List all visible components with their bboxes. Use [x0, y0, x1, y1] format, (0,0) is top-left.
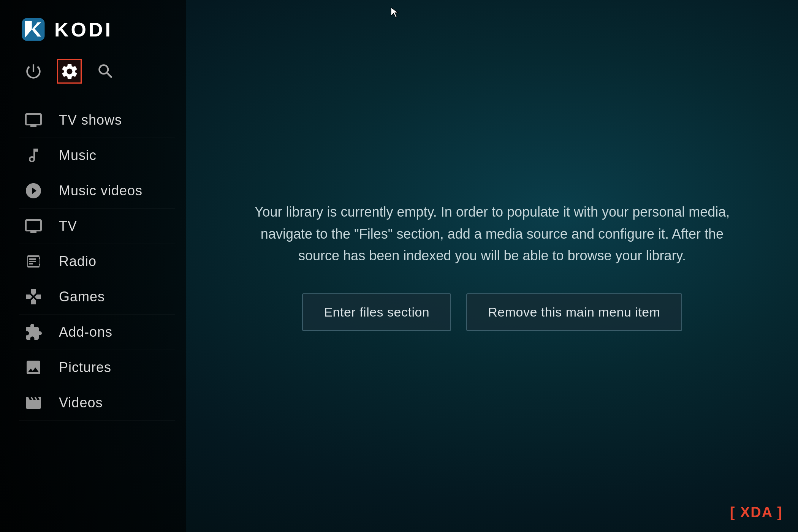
music-icon [23, 146, 44, 165]
sidebar-item-label: Music videos [59, 183, 142, 199]
logo-area: KODI [19, 15, 175, 44]
sidebar-item-music[interactable]: Music [19, 138, 175, 173]
main-content: Your library is currently empty. In orde… [186, 0, 798, 532]
sidebar-item-pictures[interactable]: Pictures [19, 350, 175, 385]
sidebar-item-label: Pictures [59, 359, 111, 375]
sidebar-item-tv-shows[interactable]: TV shows [19, 103, 175, 138]
sidebar-item-music-videos[interactable]: Music videos [19, 173, 175, 209]
top-icons-bar [19, 59, 175, 84]
settings-button[interactable] [57, 59, 82, 84]
videos-icon [23, 394, 44, 412]
remove-menu-item-button[interactable]: Remove this main menu item [466, 293, 682, 331]
sidebar: KODI [0, 0, 186, 532]
power-icon [24, 62, 43, 81]
sidebar-item-label: Add-ons [59, 324, 112, 340]
kodi-logo-icon [19, 15, 48, 44]
tv-shows-icon [23, 111, 44, 129]
xda-logo: [ XDA ] [730, 504, 783, 521]
library-empty-message: Your library is currently empty. In orde… [245, 201, 739, 267]
action-buttons: Enter files section Remove this main men… [302, 293, 682, 331]
xda-bracket-left: [ [730, 504, 736, 520]
sidebar-item-label: Music [59, 147, 97, 163]
music-videos-icon [23, 182, 44, 200]
sidebar-item-label: Videos [59, 395, 103, 411]
add-ons-icon [23, 323, 44, 341]
sidebar-item-videos[interactable]: Videos [19, 385, 175, 421]
pictures-icon [23, 358, 44, 377]
games-icon [23, 288, 44, 306]
sidebar-item-label: Games [59, 289, 105, 305]
search-icon [96, 62, 115, 81]
app-title: KODI [54, 18, 113, 41]
radio-icon [23, 252, 44, 271]
tv-icon [23, 217, 44, 235]
settings-icon [60, 62, 79, 81]
xda-bracket-right: ] [777, 504, 783, 520]
search-button[interactable] [93, 59, 118, 84]
power-button[interactable] [21, 59, 46, 84]
sidebar-item-radio[interactable]: Radio [19, 244, 175, 279]
enter-files-section-button[interactable]: Enter files section [302, 293, 451, 331]
sidebar-item-label: Radio [59, 253, 97, 269]
sidebar-menu: TV shows Music Music videos [19, 103, 175, 517]
xda-text: XDA [740, 504, 773, 520]
sidebar-item-games[interactable]: Games [19, 279, 175, 315]
sidebar-item-add-ons[interactable]: Add-ons [19, 315, 175, 350]
sidebar-item-tv[interactable]: TV [19, 209, 175, 244]
sidebar-item-label: TV shows [59, 112, 122, 128]
sidebar-item-label: TV [59, 218, 77, 234]
